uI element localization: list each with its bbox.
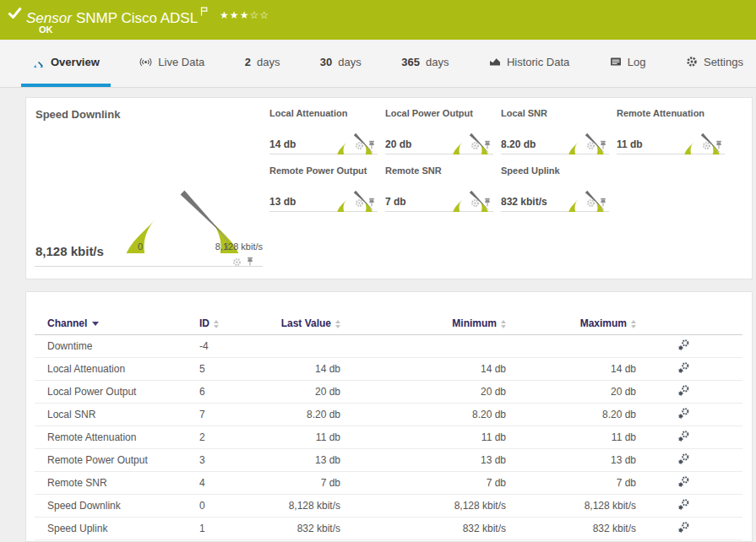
tab-label: Log xyxy=(628,56,646,68)
tab-live-data[interactable]: Live Data xyxy=(128,40,215,87)
cell-channel: Speed Downlink xyxy=(35,495,199,518)
channel-settings-gears-icon[interactable] xyxy=(677,430,690,445)
column-header-id[interactable]: ID xyxy=(199,312,271,335)
cell-last: 8.20 db xyxy=(271,404,340,426)
table-row: Remote Attenuation211 db11 db11 db xyxy=(35,426,742,449)
column-header-minimum[interactable]: Minimum xyxy=(340,312,506,335)
cell-max: 14 db xyxy=(506,358,636,381)
channel-settings-gears-icon[interactable] xyxy=(677,521,690,536)
pin-icon[interactable] xyxy=(483,196,492,211)
channel-settings-gears-icon[interactable] xyxy=(677,453,690,468)
tab-2-days[interactable]: 2days xyxy=(234,40,291,87)
mini-gauge-value: 11 db xyxy=(617,138,643,150)
table-row: Speed Downlink08,128 kbit/s8,128 kbit/s8… xyxy=(35,495,742,518)
mini-gauge-speed-uplink: Speed Uplink832 kbit/s xyxy=(501,163,609,212)
tab-label: Overview xyxy=(51,56,100,68)
tab-label: Settings xyxy=(704,56,743,68)
cell-last: 8,128 kbit/s xyxy=(271,495,340,518)
mini-gauge-remote-snr: Remote SNR7 db xyxy=(385,163,493,212)
cell-id: 1 xyxy=(199,518,271,540)
primary-channel-value: 8,128 kbit/s xyxy=(35,244,104,258)
tab-number: 365 xyxy=(401,56,420,68)
gear-icon[interactable] xyxy=(232,255,242,270)
cell-channel: Remote Attenuation xyxy=(35,426,199,449)
pin-icon[interactable] xyxy=(599,138,607,154)
cell-actions xyxy=(636,404,742,426)
pin-icon[interactable] xyxy=(246,255,254,270)
tab-settings[interactable]: Settings xyxy=(675,40,754,87)
cell-last: 14 db xyxy=(271,358,340,381)
tab-log[interactable]: Log xyxy=(599,40,657,87)
tab-365-days[interactable]: 365days xyxy=(390,40,460,87)
mini-gauge-value: 7 db xyxy=(385,196,406,208)
channel-settings-gears-icon[interactable] xyxy=(677,339,690,354)
flag-icon[interactable] xyxy=(200,3,208,20)
cell-channel: Local Attenuation xyxy=(35,358,199,381)
pin-icon[interactable] xyxy=(599,196,607,211)
cell-channel: Remote Power Output xyxy=(35,449,199,472)
tab-number: 2 xyxy=(245,56,251,68)
gear-icon[interactable] xyxy=(702,138,711,154)
cell-actions xyxy=(636,449,742,472)
pin-icon[interactable] xyxy=(367,196,376,211)
sensor-status-header: SensorSNMP Cisco ADSL★★★☆☆ OK xyxy=(0,0,756,40)
gear-icon[interactable] xyxy=(470,196,480,211)
sort-toggle-icon xyxy=(335,320,340,328)
priority-stars[interactable]: ★★★☆☆ xyxy=(220,9,269,21)
gauge-scale-max: 8,128 kbit/s xyxy=(187,241,263,252)
tab-overview[interactable]: Overview xyxy=(21,40,111,87)
column-label: ID xyxy=(199,317,209,329)
mini-gauge-value: 13 db xyxy=(269,196,296,208)
tab-historic-data[interactable]: Historic Data xyxy=(478,40,580,87)
status-badge: OK xyxy=(39,24,53,35)
column-header-last-value[interactable]: Last Value xyxy=(271,312,340,335)
cell-last: 13 db xyxy=(271,449,340,472)
gear-icon[interactable] xyxy=(355,138,364,154)
cell-actions xyxy=(636,518,742,540)
mini-gauge-remote-power-output: Remote Power Output13 db xyxy=(269,163,378,212)
table-row: Remote Power Output313 db13 db13 db xyxy=(35,449,742,472)
mini-gauge-title: Remote SNR xyxy=(385,165,442,176)
channel-settings-gears-icon[interactable] xyxy=(677,384,690,399)
gear-icon[interactable] xyxy=(355,196,364,211)
mini-gauge-title: Local SNR xyxy=(501,108,547,118)
tab-label: days xyxy=(338,56,361,68)
gear-icon[interactable] xyxy=(470,138,480,154)
cell-id: 3 xyxy=(199,449,271,472)
pin-icon[interactable] xyxy=(367,138,376,154)
cell-id: 5 xyxy=(199,358,271,381)
tab-number: 30 xyxy=(320,56,332,68)
mini-gauge-grid: Local Attenuation14 dbLocal Power Output… xyxy=(269,106,736,220)
cell-channel: Remote SNR xyxy=(35,472,199,495)
overview-gauge-icon xyxy=(32,57,45,68)
column-label: Last Value xyxy=(281,317,331,329)
cell-max: 13 db xyxy=(506,449,636,472)
cell-id: 6 xyxy=(199,381,271,404)
cell-max: 832 kbit/s xyxy=(506,518,636,540)
cell-id: -4 xyxy=(199,335,271,358)
channel-settings-gears-icon[interactable] xyxy=(677,361,690,377)
gear-icon[interactable] xyxy=(586,196,596,211)
cell-last xyxy=(271,335,340,358)
table-row: Speed Uplink1832 kbit/s832 kbit/s832 kbi… xyxy=(35,518,742,540)
column-header-maximum[interactable]: Maximum xyxy=(506,312,636,335)
cell-min: 13 db xyxy=(340,449,506,472)
cell-min: 7 db xyxy=(340,472,506,495)
gear-icon[interactable] xyxy=(586,138,596,154)
tab-label: days xyxy=(426,56,449,68)
cell-last: 832 kbit/s xyxy=(271,518,340,540)
cell-min: 20 db xyxy=(340,381,506,404)
cell-channel: Downtime xyxy=(35,335,199,358)
tab-label: Live Data xyxy=(158,56,204,68)
channel-settings-gears-icon[interactable] xyxy=(677,498,690,513)
mini-gauge-local-power-output: Local Power Output20 db xyxy=(385,106,493,154)
tab-label: days xyxy=(257,56,280,68)
tab-bar: OverviewLive Data2days30days365daysHisto… xyxy=(0,40,756,88)
mini-gauge-local-attenuation: Local Attenuation14 db xyxy=(269,106,378,154)
channel-settings-gears-icon[interactable] xyxy=(677,475,690,491)
tab-30-days[interactable]: 30days xyxy=(309,40,373,87)
pin-icon[interactable] xyxy=(715,138,723,154)
pin-icon[interactable] xyxy=(483,138,492,154)
channel-settings-gears-icon[interactable] xyxy=(677,407,690,422)
column-header-channel[interactable]: Channel xyxy=(35,312,199,335)
